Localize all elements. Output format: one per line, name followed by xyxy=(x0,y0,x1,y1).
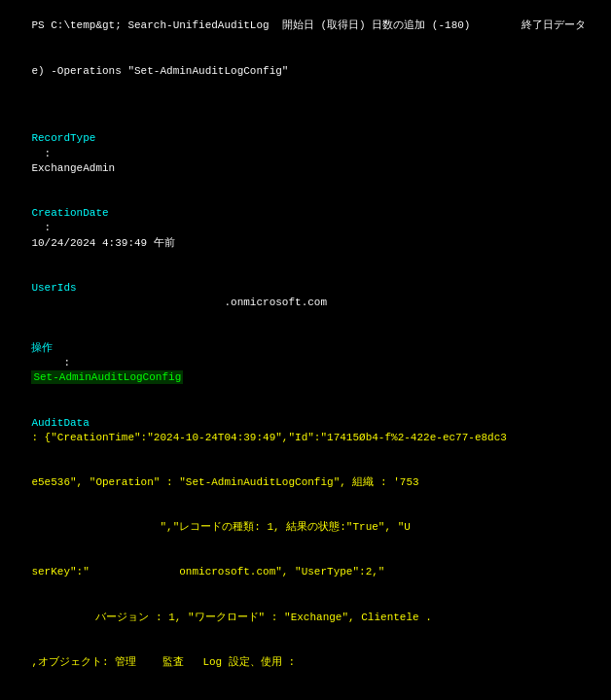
record1-auditdata3: ","レコードの種類: 1, 結果の状態:"True", "U xyxy=(6,506,605,550)
blank1 xyxy=(6,97,605,112)
terminal-window: PS C:\temp&gt; Search-UnifiedAuditLog 開始… xyxy=(6,4,605,700)
record1-auditdata4: serKey":" onmicrosoft.com", "UserType":2… xyxy=(6,550,605,595)
record1-creationdate: CreationDate : 10/24/2024 4:39:49 午前 xyxy=(6,192,605,266)
header-line: PS C:\temp&gt; Search-UnifiedAuditLog 開始… xyxy=(6,4,605,49)
record1-auditdata2: e5e536", "Operation" : "Set-AdminAuditLo… xyxy=(6,461,605,506)
record1-auditdata7: .onmicrosoft.com, Apple : ld83e88e-c71e-… xyxy=(6,685,605,700)
record1-operation: 操作 : Set-AdminAuditLogConfig xyxy=(6,326,605,401)
record1-recordtype: RecordType : ExchangeAdmin xyxy=(6,117,605,192)
record1-auditdata1: AuditData : {"CreationTime":"2024-10-24T… xyxy=(6,401,605,461)
record1-auditdata6: ,オブジェクト: 管理 監査 Log 設定、使用 : xyxy=(6,640,605,684)
subheader-line: e) -Operations "Set-AdminAuditLogConfig" xyxy=(6,49,605,93)
record1-auditdata5: バージョン : 1, "ワークロード" : "Exchange", Client… xyxy=(6,595,605,640)
record1-userids: UserIds .onmicrosoft.com xyxy=(6,266,605,327)
